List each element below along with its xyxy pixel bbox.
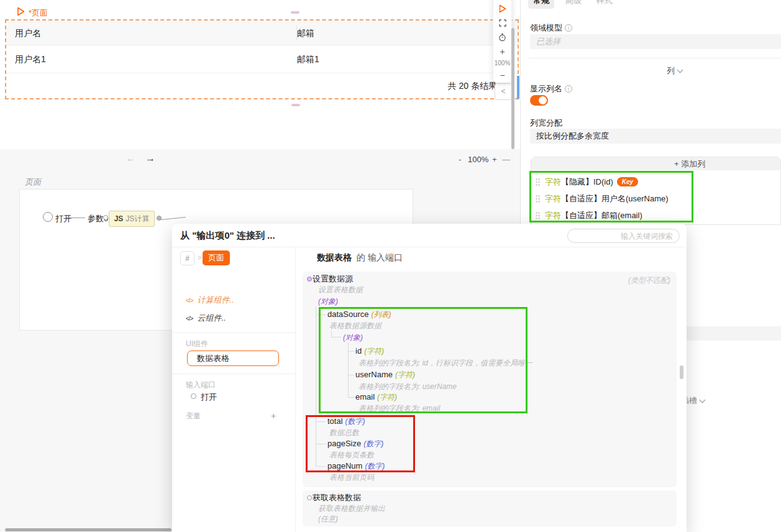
js-input-port[interactable]	[103, 215, 108, 220]
domain-model-select[interactable]: 已选择	[530, 34, 781, 49]
redo-arrow[interactable]: →	[145, 153, 155, 164]
undo-arrow[interactable]: ←	[126, 153, 135, 164]
ui-components-group-label: UI组件	[186, 339, 208, 349]
drag-handle-icon[interactable]	[536, 178, 540, 186]
ports-section-title: 数据表格 的 输入端口	[317, 252, 403, 264]
run-page-icon[interactable]	[17, 7, 25, 16]
zoom-in-button[interactable]: +	[500, 45, 505, 59]
code-icon: </>	[186, 315, 193, 322]
column-row-id[interactable]: 字符 【隐藏】 ID(id) Key	[531, 173, 780, 190]
canvas-zoom-in[interactable]: +	[492, 155, 497, 164]
data-table-component[interactable]: 用户名 邮箱 用户名1 邮箱1 共 20 条结果	[5, 19, 519, 99]
field-desc: 数据总数	[329, 428, 359, 437]
tree-line	[316, 314, 326, 315]
tree-line	[348, 375, 354, 375]
port-name: 获取表格数据	[313, 493, 361, 503]
modal-header: 从 "输出项0" 连接到 ...	[172, 224, 687, 247]
canvas-pan-control[interactable]: —	[502, 155, 510, 164]
connect-modal: 从 "输出项0" 连接到 ... # > 页面 </>计算组件.. </>云组件…	[172, 224, 687, 532]
breadcrumb-root[interactable]: #	[180, 251, 194, 265]
sidebar-item-cloud-components[interactable]: </>云组件..	[186, 313, 226, 324]
show-columns-toggle[interactable]	[530, 95, 548, 106]
result-count: 共 20 条结果	[441, 73, 497, 98]
toggle-knob	[539, 96, 547, 104]
fullscreen-button[interactable]	[499, 16, 506, 30]
vertical-scrollbar[interactable]	[511, 28, 514, 149]
domain-model-label: 领域模型i	[530, 22, 572, 34]
domain-model-value: 已选择	[536, 37, 560, 46]
port-card-get-data[interactable]: 获取表格数据 获取表格数据并输出 (任意)	[303, 490, 677, 526]
selection-highlight	[517, 76, 519, 99]
column-name: ID(id)	[593, 177, 613, 186]
ports-label: 的 输入端口	[357, 252, 403, 262]
field-pageSize: pageSize(数字)	[327, 439, 383, 449]
column-mode: 【隐藏】	[561, 177, 593, 188]
modal-sidebar: # > 页面 </>计算组件.. </>云组件.. UI组件 数据表格 输入端口…	[172, 247, 296, 532]
field-desc: 表格列的字段名为: id，行标识字段，值需要全局唯一	[359, 359, 532, 367]
search-input[interactable]	[567, 229, 680, 243]
field-desc: 表格列的字段名为: userName	[359, 382, 457, 391]
type-mismatch-hint: (类型不匹配)	[628, 275, 670, 286]
add-column-button[interactable]: + 添加列	[531, 157, 780, 170]
js-node-name: JS计算	[126, 214, 149, 224]
width-alloc-select[interactable]: 按比例分配多余宽度	[530, 129, 781, 144]
port-desc: 设置表格数据	[318, 285, 363, 294]
port-dot-gray	[307, 495, 312, 500]
cell-email: 邮箱1	[297, 45, 319, 73]
horizontal-scrollbar[interactable]	[5, 528, 171, 531]
field-desc: 表格每页条数	[329, 451, 374, 459]
open-port-item[interactable]: 打开	[201, 392, 217, 403]
key-badge: Key	[617, 177, 638, 186]
column-name: 用户名(userName)	[601, 193, 669, 204]
columns-list-box: + 添加列 字符 【隐藏】 ID(id) Key 字符	[531, 157, 781, 225]
canvas-zoom-out[interactable]: -	[459, 155, 461, 164]
page-tag[interactable]: *页面	[29, 7, 48, 19]
field-email: email(字符)	[355, 392, 397, 402]
show-columns-label: 显示列名i	[530, 83, 572, 94]
js-node-tag: JS	[114, 214, 124, 223]
port-type: (对象)	[318, 296, 338, 306]
play-button[interactable]	[499, 2, 506, 16]
width-alloc-value: 按比例分配多余宽度	[536, 131, 609, 140]
column-row-username[interactable]: 字符 【自适应】 用户名(userName)	[531, 190, 780, 207]
js-calc-node[interactable]: JS JS计算	[109, 211, 155, 227]
chevron-down-icon	[700, 397, 706, 403]
field-id: id(字符)	[355, 346, 384, 356]
divider	[172, 374, 296, 374]
flow-wire-1	[66, 218, 85, 218]
modal-scrollbar[interactable]	[680, 365, 683, 379]
insert-marker-top	[291, 11, 299, 14]
zoom-level: 100%	[495, 59, 511, 68]
add-variable-button[interactable]: +	[271, 411, 276, 421]
breadcrumb-page-badge[interactable]: 页面	[203, 250, 230, 265]
zoom-out-button[interactable]: −	[500, 68, 505, 82]
column-type: 字符	[545, 193, 561, 204]
flow-start-node[interactable]	[43, 212, 53, 222]
field-desc: 表格当前页码	[329, 473, 374, 482]
drag-handle-icon[interactable]	[536, 195, 540, 203]
column-row-email[interactable]: 字符 【自适应】 邮箱(email)	[531, 207, 780, 224]
tab-style[interactable]: 样式	[591, 0, 618, 9]
drag-handle-icon[interactable]	[536, 212, 540, 219]
canvas-zoom-level: 100%	[468, 155, 488, 164]
breadcrumb-separator: >	[198, 254, 201, 261]
tree-line	[348, 351, 354, 352]
pagination-prev-button[interactable]: <	[495, 83, 512, 100]
variables-group-label: 变量	[186, 411, 201, 421]
tab-advanced[interactable]: 高级	[560, 0, 587, 9]
divider	[529, 58, 781, 58]
table-header-row: 用户名 邮箱	[6, 21, 518, 45]
ui-component-data-table[interactable]: 数据表格	[187, 351, 279, 366]
column-section-toggle[interactable]: 列	[667, 65, 682, 76]
column-name: 邮箱(email)	[601, 210, 642, 221]
table-footer: 共 20 条结果	[6, 73, 518, 98]
port-card-set-datasource[interactable]: 设置数据源 (类型不匹配) 设置表格数据 (对象) dataSource(列表)…	[303, 272, 677, 487]
field-object: (对象)	[343, 332, 363, 342]
port-desc: 获取表格数据并输出	[318, 504, 385, 513]
fullscreen-icon	[499, 19, 506, 27]
sidebar-item-calc-components[interactable]: </>计算组件..	[186, 295, 234, 306]
tab-general[interactable]: 常规	[528, 0, 554, 9]
component-name: 数据表格	[317, 252, 352, 262]
timer-button[interactable]	[498, 30, 506, 45]
chevron-down-icon	[677, 67, 683, 73]
